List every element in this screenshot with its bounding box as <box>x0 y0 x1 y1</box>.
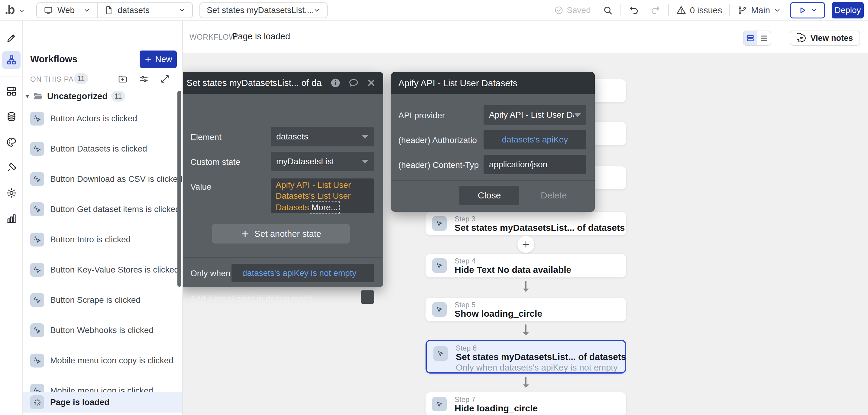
step-number: Step 7 <box>455 395 475 404</box>
step-title: Show loading_circle <box>455 308 542 319</box>
workflow-name: Page is loaded <box>232 31 290 41</box>
workflow-item-selected[interactable]: Page is loaded <box>23 392 182 413</box>
content-type-input[interactable]: application/json <box>484 155 586 174</box>
dialog-body: Element datasets Custom state myDatasets… <box>179 94 383 287</box>
dialog-title-bar[interactable]: Apify API - List User Datasets <box>391 72 595 94</box>
comment-icon[interactable] <box>348 78 359 88</box>
workflow-item[interactable]: Button Key-Value Stores is clicked <box>23 260 182 280</box>
folder-count-badge: 11 <box>111 91 125 101</box>
list-view-toggle[interactable] <box>757 31 771 45</box>
caret-down-icon[interactable]: ▾ <box>26 92 29 100</box>
custom-state-value: myDatasetsList <box>276 157 362 166</box>
design-tab[interactable] <box>2 28 21 47</box>
chevron-down-icon <box>362 135 368 139</box>
custom-state-select[interactable]: myDatasetsList <box>271 152 374 171</box>
page-dropdown[interactable]: datasets <box>97 3 192 18</box>
issues-indicator[interactable]: 0 issues <box>676 5 722 16</box>
value-expression-input[interactable]: Apify API - List UserDatasets's List Use… <box>271 178 374 213</box>
workflow-item[interactable]: Button Actors is clicked <box>23 108 182 129</box>
new-workflow-button[interactable]: New <box>140 51 177 68</box>
add-step-button[interactable] <box>518 236 534 253</box>
auth-header-input[interactable]: datasets's apiKey <box>484 130 586 149</box>
data-tab[interactable] <box>2 108 21 126</box>
workflow-item[interactable]: Mobile menu icon copy is clicked <box>23 350 182 371</box>
database-icon <box>6 111 17 122</box>
api-connector-dialog: Apify API - List User Datasets API provi… <box>391 72 595 212</box>
deploy-button[interactable]: Deploy <box>832 2 864 19</box>
chevron-down-icon <box>362 160 368 164</box>
reusables-tab[interactable] <box>2 82 21 100</box>
dialog-title: Apify API - List User Datasets <box>398 78 588 88</box>
note-bubble-icon <box>797 33 807 43</box>
workflow-item-label: Mobile menu icon copy is clicked <box>50 356 174 365</box>
expand-panel-icon[interactable] <box>160 74 170 84</box>
dialog-title: Set states myDatasetsList... of da <box>186 78 330 88</box>
cursor-click-icon <box>30 354 44 367</box>
folder-uncategorized[interactable]: ▾ Uncategorized 11 <box>26 91 125 101</box>
step-card-6-selected[interactable]: Step 6 Set states myDatasetsList... of d… <box>426 340 626 374</box>
only-when-input[interactable]: datasets's apiKey is not empty <box>231 264 374 282</box>
logs-tab[interactable] <box>2 209 21 228</box>
workflow-tab[interactable] <box>2 51 21 69</box>
workflow-select-label: Set states myDatasetsList..... <box>207 5 313 15</box>
monitor-icon <box>43 5 53 15</box>
new-folder-icon[interactable] <box>118 74 128 84</box>
set-states-dialog: Set states myDatasetsList... of da Eleme… <box>179 72 383 287</box>
api-provider-select[interactable]: Apify API - List User Dat... <box>484 105 586 125</box>
topbar-right: Saved 0 issues Main <box>554 0 868 21</box>
branch-selector[interactable]: Main <box>737 5 781 16</box>
platform-page-dropdown-group: Web datasets <box>36 2 193 18</box>
workflow-item[interactable]: Button Download as CSV is clicked <box>23 169 182 189</box>
bubble-logo[interactable]: .b <box>5 3 14 17</box>
plugins-tab[interactable] <box>2 158 21 177</box>
view-notes-button[interactable]: View notes <box>790 31 860 46</box>
card-view-toggle[interactable] <box>743 31 757 45</box>
redo-icon[interactable] <box>650 5 661 16</box>
info-icon[interactable] <box>330 78 341 88</box>
content-type-value: application/json <box>489 160 547 169</box>
step-number: Step 4 <box>455 257 475 265</box>
step-card-7[interactable]: Step 7 Hide loading_circle <box>426 392 626 415</box>
action-cursor-icon <box>432 302 447 317</box>
delete-button[interactable]: Delete <box>541 190 567 201</box>
workflow-item[interactable]: Button Datasets is clicked <box>23 139 182 159</box>
styles-tab[interactable] <box>2 133 21 151</box>
platform-dropdown[interactable]: Web <box>37 3 97 18</box>
more-button[interactable]: More... <box>310 202 340 213</box>
workflow-item[interactable]: Button Intro is clicked <box>23 229 182 250</box>
step-title: Set states myDatasetsList... of datasets <box>455 223 625 233</box>
panel-scrollbar-thumb[interactable] <box>178 91 181 287</box>
workflows-panel: Workflows New ON THIS PAGE 11 ▾ Uncatego… <box>23 21 183 415</box>
expression-text: Datasets's List User <box>276 191 350 201</box>
element-select[interactable]: datasets <box>271 127 374 146</box>
close-icon[interactable] <box>366 78 376 88</box>
folder-name: Uncategorized <box>47 91 107 101</box>
workflow-select-dropdown[interactable]: Set states myDatasetsList..... <box>199 2 328 18</box>
only-when-label: Only when <box>190 269 230 278</box>
step-number: Step 6 <box>456 344 476 352</box>
api-provider-value: Apify API - List User Dat... <box>489 110 574 120</box>
chevron-down-icon <box>83 7 90 14</box>
undo-icon[interactable] <box>628 5 639 16</box>
workflow-item[interactable]: Button Get dataset items is clicked <box>23 199 182 219</box>
breakpoint-checkbox[interactable] <box>361 290 374 304</box>
expression-text: Apify API - List User <box>276 180 351 190</box>
close-button[interactable]: Close <box>459 186 519 205</box>
workflow-item-label: Button Actors is clicked <box>50 114 137 123</box>
settings-tab[interactable] <box>2 184 21 202</box>
dialog-title-bar[interactable]: Set states myDatasetsList... of da <box>179 72 383 94</box>
only-when-value: datasets's apiKey is not empty <box>242 268 356 278</box>
step-card-3[interactable]: Step 3 Set states myDatasetsList... of d… <box>426 212 626 235</box>
play-icon <box>798 6 807 15</box>
step-card-5[interactable]: Step 5 Show loading_circle <box>426 298 626 321</box>
workflow-item[interactable]: Button Scrape is clicked <box>23 290 182 310</box>
chevron-down-icon <box>313 7 320 14</box>
set-another-state-button[interactable]: Set another state <box>212 224 350 243</box>
logo-menu-chevron-icon[interactable] <box>18 7 25 14</box>
palette-icon <box>6 137 17 148</box>
search-icon[interactable] <box>602 5 613 16</box>
preview-button[interactable] <box>790 2 825 19</box>
workflow-item[interactable]: Button Webhooks is clicked <box>23 320 182 340</box>
step-card-4[interactable]: Step 4 Hide Text No data available <box>426 254 626 277</box>
filter-sliders-icon[interactable] <box>139 74 149 84</box>
